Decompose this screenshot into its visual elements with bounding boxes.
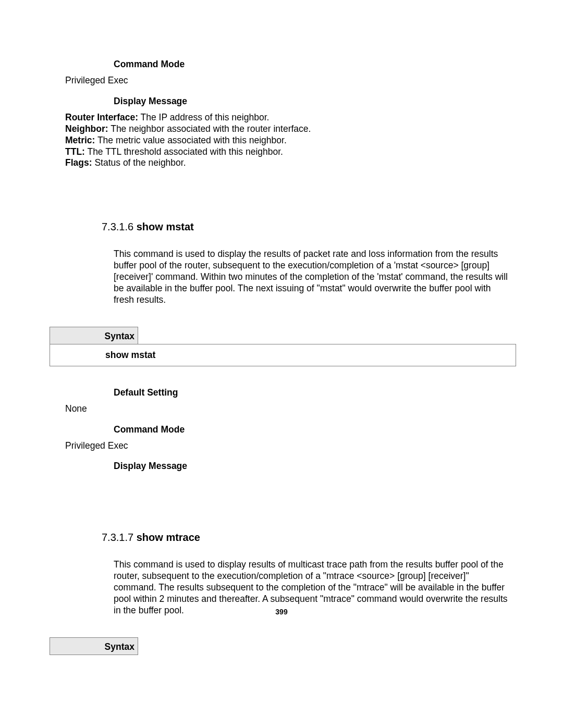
field-neighbor: Neighbor: The neighbor associated with t… (65, 124, 513, 135)
section-description: This command is used to display the resu… (52, 249, 513, 305)
default-setting-value: None (65, 403, 513, 415)
field-label: TTL: (65, 146, 85, 157)
field-label: Flags: (65, 157, 92, 168)
field-label: Metric: (65, 135, 95, 145)
field-desc: The neighbor associated with the router … (108, 124, 311, 134)
command-mode-heading: Command Mode (52, 59, 513, 70)
command-mode-heading: Command Mode (52, 424, 513, 435)
field-flags: Flags: Status of the neighbor. (65, 157, 513, 169)
page-number: 399 (0, 608, 563, 616)
field-desc: The TTL threshold associated with this n… (85, 146, 283, 157)
section-number: 7.3.1.6 (102, 221, 137, 232)
display-message-heading: Display Message (52, 96, 513, 107)
command-mode-value: Privileged Exec (65, 75, 513, 87)
section-title-show-mstat: 7.3.1.6 show mstat (52, 221, 513, 233)
section-name: show mtrace (137, 532, 200, 543)
display-message-fields: Router Interface: The IP address of this… (52, 112, 513, 169)
syntax-command: show mstat (50, 344, 516, 366)
field-router-interface: Router Interface: The IP address of this… (65, 112, 513, 124)
syntax-label: Syntax (50, 327, 138, 344)
section-title-show-mtrace: 7.3.1.7 show mtrace (52, 532, 513, 544)
display-message-heading: Display Message (52, 461, 513, 472)
field-ttl: TTL: The TTL threshold associated with t… (65, 146, 513, 158)
field-metric: Metric: The metric value associated with… (65, 135, 513, 146)
document-page: Command Mode Privileged Exec Display Mes… (0, 0, 563, 655)
default-setting-heading: Default Setting (52, 387, 513, 398)
field-label: Router Interface: (65, 112, 138, 122)
field-desc: Status of the neighbor. (92, 157, 186, 168)
syntax-label: Syntax (50, 637, 138, 655)
field-desc: The IP address of this neighbor. (138, 112, 269, 122)
section-name: show mstat (137, 221, 194, 232)
syntax-block: Syntax (50, 637, 516, 655)
command-mode-value: Privileged Exec (65, 440, 513, 452)
syntax-block: Syntax show mstat (50, 327, 516, 366)
field-desc: The metric value associated with this ne… (95, 135, 286, 145)
spacer (52, 477, 513, 521)
section-number: 7.3.1.7 (102, 532, 137, 543)
field-label: Neighbor: (65, 124, 108, 134)
